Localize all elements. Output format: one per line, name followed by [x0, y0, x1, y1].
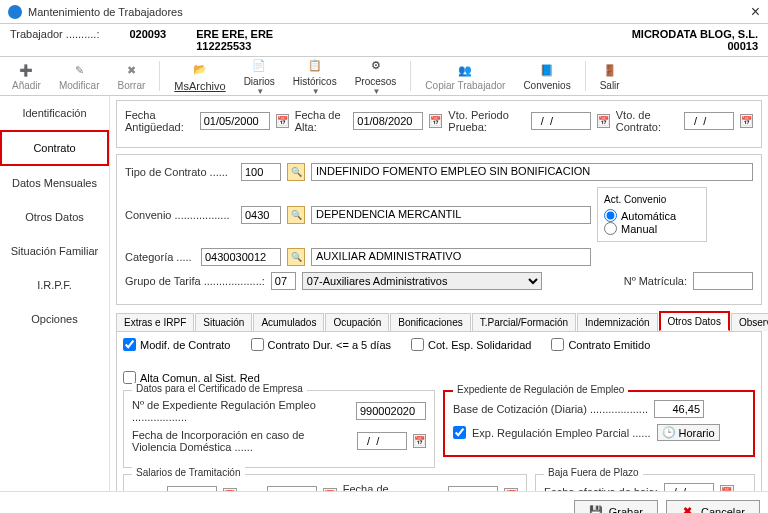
grupo-code-input[interactable] [271, 272, 296, 290]
dates-box: Fecha Antigüedad: 📅 Fecha de Alta: 📅 Vto… [116, 100, 762, 148]
datos-cert-box: Datos para el Certificado de Empresa Nº … [123, 390, 435, 468]
calendar-icon[interactable]: 📅 [223, 488, 237, 491]
tab-acumulados[interactable]: Acumulados [253, 313, 324, 331]
modificar-button[interactable]: ✎Modificar [51, 59, 108, 93]
convenios-button[interactable]: 📘Convenios [515, 59, 578, 93]
salarios-box: Salarios de Tramitación Inicio: 📅 Fin: 📅… [123, 474, 527, 491]
company-code: 00013 [632, 40, 758, 52]
tab-indemnizacion[interactable]: Indemnización [577, 313, 657, 331]
fecha-viol-input[interactable] [357, 432, 407, 450]
worker-header: Trabajador ..........: 020093 ERE ERE, E… [0, 24, 768, 56]
subtabs: Extras e IRPF Situación Acumulados Ocupa… [116, 311, 762, 332]
calendar-icon[interactable]: 📅 [276, 114, 289, 128]
alta-label: Fecha de Alta: [295, 109, 348, 133]
company-name: MICRODATA BLOG, S.L. [632, 28, 758, 40]
lookup-icon[interactable]: 🔍 [287, 248, 305, 266]
tab-otros-datos[interactable]: Otros Datos [659, 311, 730, 331]
tab-extras[interactable]: Extras e IRPF [116, 313, 194, 331]
nav-contrato[interactable]: Contrato [0, 130, 109, 166]
inicio-label: Inicio: [132, 489, 161, 491]
datos-cert-label: Datos para el Certificado de Empresa [132, 383, 307, 394]
msarchivo-button[interactable]: 📂MsArchivo [166, 59, 233, 94]
nav-irpf[interactable]: I.R.P.F. [0, 268, 109, 302]
fecha-efectiva-input[interactable] [664, 483, 714, 491]
grupo-select[interactable]: 07-Auxiliares Administrativos [302, 272, 542, 290]
app-icon [8, 5, 22, 19]
trabajador-label: Trabajador ..........: [10, 28, 99, 40]
calendar-icon[interactable]: 📅 [413, 434, 426, 448]
convenio-desc: DEPENDENCIA MERCANTIL [311, 206, 591, 224]
fin-input[interactable] [267, 486, 317, 491]
tab-observaciones[interactable]: Observacior [731, 313, 768, 331]
tab-ocupacion[interactable]: Ocupación [325, 313, 389, 331]
cotesp-check[interactable] [411, 338, 424, 351]
trabajador-num: 112225533 [196, 40, 251, 52]
lookup-icon[interactable]: 🔍 [287, 163, 305, 181]
base-input[interactable] [654, 400, 704, 418]
historicos-button[interactable]: 📋Históricos▼ [285, 55, 345, 98]
calendar-icon[interactable]: 📅 [429, 114, 442, 128]
tipo-code-input[interactable] [241, 163, 281, 181]
cancelar-button[interactable]: ✖Cancelar [666, 500, 760, 513]
matricula-input[interactable] [693, 272, 753, 290]
close-icon[interactable]: × [751, 3, 760, 21]
actconv-label: Act. Convenio [604, 194, 700, 205]
antig-input[interactable] [200, 112, 270, 130]
num-exp-input[interactable] [356, 402, 426, 420]
matricula-label: Nº Matrícula: [624, 275, 687, 287]
tab-bonificaciones[interactable]: Bonificaciones [390, 313, 470, 331]
fin-label: Fin: [243, 489, 261, 491]
modif-check[interactable] [123, 338, 136, 351]
borrar-button[interactable]: ✖Borrar [109, 59, 153, 93]
grupo-label: Grupo de Tarifa ...................: [125, 275, 265, 287]
baja-plazo-label: Baja Fuera de Plazo [544, 467, 643, 478]
emitido-check[interactable] [551, 338, 564, 351]
alta-input[interactable] [353, 112, 423, 130]
sentencia-input[interactable] [448, 486, 498, 491]
tab-tparcial[interactable]: T.Parcial/Formación [472, 313, 576, 331]
vto-prueba-label: Vto. Periodo Prueba: [448, 109, 524, 133]
clock-icon: 🕒 [662, 426, 676, 439]
auto-radio[interactable] [604, 209, 617, 222]
ere-box: Expediente de Regulación de Empleo Base … [443, 390, 755, 457]
calendar-icon[interactable]: 📅 [740, 114, 753, 128]
vto-prueba-input[interactable] [531, 112, 591, 130]
manual-radio[interactable] [604, 222, 617, 235]
horario-button[interactable]: 🕒Horario [657, 424, 720, 441]
inicio-input[interactable] [167, 486, 217, 491]
calendar-icon[interactable]: 📅 [504, 488, 518, 491]
calendar-icon[interactable]: 📅 [597, 114, 610, 128]
nav-datos-mensuales[interactable]: Datos Mensuales [0, 166, 109, 200]
tipo-label: Tipo de Contrato ...... [125, 166, 235, 178]
base-label: Base de Cotización (Diaria) ............… [453, 403, 648, 415]
categoria-code-input[interactable] [201, 248, 281, 266]
nav-otros-datos[interactable]: Otros Datos [0, 200, 109, 234]
toolbar: ➕Añadir ✎Modificar ✖Borrar 📂MsArchivo 📄D… [0, 56, 768, 96]
nav-identificacion[interactable]: Identificación [0, 96, 109, 130]
copiar-button[interactable]: 👥Copiar Trabajador [417, 59, 513, 93]
grabar-button[interactable]: 💾Grabar [574, 500, 658, 513]
nav-situacion-familiar[interactable]: Situación Familiar [0, 234, 109, 268]
sentencia-label: Fecha de Sentencia: [343, 483, 442, 491]
salarios-label: Salarios de Tramitación [132, 467, 245, 478]
tab-situacion[interactable]: Situación [195, 313, 252, 331]
nav-opciones[interactable]: Opciones [0, 302, 109, 336]
categoria-label: Categoría ..... [125, 251, 195, 263]
anadir-button[interactable]: ➕Añadir [4, 59, 49, 93]
exp-parcial-check[interactable] [453, 426, 466, 439]
calendar-icon[interactable]: 📅 [323, 488, 337, 491]
title-bar: Mantenimiento de Trabajadores × [0, 0, 768, 24]
vto-contrato-input[interactable] [684, 112, 734, 130]
salir-button[interactable]: 🚪Salir [592, 59, 628, 93]
lookup-icon[interactable]: 🔍 [287, 206, 305, 224]
fecha-efectiva-label: Fecha efectiva de baja: [544, 486, 658, 491]
procesos-button[interactable]: ⚙Procesos▼ [347, 55, 405, 98]
categoria-desc: AUXILIAR ADMINISTRATIVO [311, 248, 591, 266]
convenio-code-input[interactable] [241, 206, 281, 224]
antig-label: Fecha Antigüedad: [125, 109, 194, 133]
diarios-button[interactable]: 📄Diarios▼ [236, 55, 283, 98]
dur5-check[interactable] [251, 338, 264, 351]
footer: 💾Grabar ✖Cancelar [0, 491, 768, 513]
convenio-label: Convenio .................. [125, 209, 235, 221]
calendar-icon[interactable]: 📅 [720, 485, 734, 491]
